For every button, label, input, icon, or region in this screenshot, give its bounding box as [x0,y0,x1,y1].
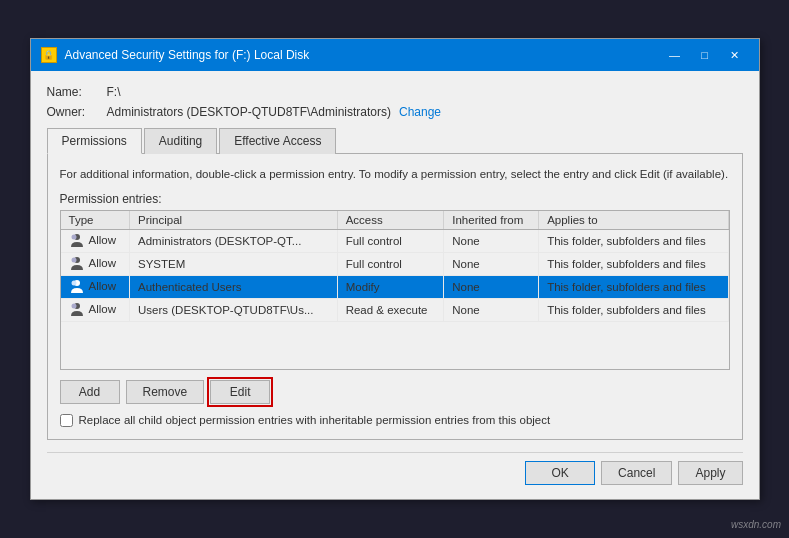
maximize-button[interactable]: □ [691,45,719,65]
name-value: F:\ [107,85,121,99]
cell-applies: This folder, subfolders and files [539,275,728,298]
apply-button[interactable]: Apply [678,461,742,485]
name-row: Name: F:\ [47,85,743,99]
svg-point-3 [71,257,76,262]
tab-auditing[interactable]: Auditing [144,128,217,154]
cell-type: Allow [61,275,130,298]
close-button[interactable]: ✕ [721,45,749,65]
main-window: 🔒 Advanced Security Settings for (F:) Lo… [30,38,760,499]
col-access: Access [337,211,444,230]
tabs-bar: Permissions Auditing Effective Access [47,127,743,154]
cell-type: Allow [61,298,130,321]
info-text: For additional information, double-click… [60,166,730,183]
cell-access: Read & execute [337,298,444,321]
titlebar-left: 🔒 Advanced Security Settings for (F:) Lo… [41,47,310,63]
titlebar: 🔒 Advanced Security Settings for (F:) Lo… [31,39,759,71]
cell-type: Allow [61,252,130,275]
action-buttons: Add Remove Edit [60,380,730,404]
col-type: Type [61,211,130,230]
cell-principal: SYSTEM [130,252,338,275]
svg-point-5 [71,280,76,285]
minimize-button[interactable]: — [661,45,689,65]
titlebar-controls: — □ ✕ [661,45,749,65]
cell-type: Allow [61,229,130,252]
dialog-content: Name: F:\ Owner: Administrators (DESKTOP… [31,71,759,498]
replace-checkbox-row: Replace all child object permission entr… [60,414,730,427]
add-button[interactable]: Add [60,380,120,404]
edit-button[interactable]: Edit [210,380,270,404]
cell-access: Full control [337,252,444,275]
cell-access: Full control [337,229,444,252]
table-row[interactable]: AllowAuthenticated UsersModifyNoneThis f… [61,275,729,298]
tab-effective-access[interactable]: Effective Access [219,128,336,154]
replace-checkbox-label: Replace all child object permission entr… [79,414,551,426]
window-title: Advanced Security Settings for (F:) Loca… [65,48,310,62]
cell-principal: Authenticated Users [130,275,338,298]
table-header-row: Type Principal Access Inherited from App… [61,211,729,230]
owner-value: Administrators (DESKTOP-QTUD8TF\Administ… [107,105,392,119]
table-row[interactable]: AllowAdministrators (DESKTOP-QT...Full c… [61,229,729,252]
cell-access: Modify [337,275,444,298]
remove-button[interactable]: Remove [126,380,205,404]
ok-button[interactable]: OK [525,461,595,485]
col-inherited: Inherited from [444,211,539,230]
permission-table: Type Principal Access Inherited from App… [61,211,729,322]
cell-inherited: None [444,252,539,275]
col-principal: Principal [130,211,338,230]
cell-principal: Administrators (DESKTOP-QT... [130,229,338,252]
owner-label: Owner: [47,105,107,119]
cell-inherited: None [444,275,539,298]
tab-permissions[interactable]: Permissions [47,128,142,154]
replace-checkbox[interactable] [60,414,73,427]
cell-principal: Users (DESKTOP-QTUD8TF\Us... [130,298,338,321]
cell-applies: This folder, subfolders and files [539,252,728,275]
svg-point-7 [71,303,76,308]
cell-inherited: None [444,298,539,321]
svg-point-1 [71,234,76,239]
table-label: Permission entries: [60,192,730,206]
cancel-button[interactable]: Cancel [601,461,672,485]
tab-content-permissions: For additional information, double-click… [47,154,743,439]
table-row[interactable]: AllowSYSTEMFull controlNoneThis folder, … [61,252,729,275]
cell-applies: This folder, subfolders and files [539,298,728,321]
permission-table-container[interactable]: Type Principal Access Inherited from App… [60,210,730,370]
cell-inherited: None [444,229,539,252]
bottom-buttons: OK Cancel Apply [47,452,743,485]
owner-row: Owner: Administrators (DESKTOP-QTUD8TF\A… [47,105,743,119]
name-label: Name: [47,85,107,99]
cell-applies: This folder, subfolders and files [539,229,728,252]
change-owner-link[interactable]: Change [399,105,441,119]
col-applies: Applies to [539,211,728,230]
table-row[interactable]: AllowUsers (DESKTOP-QTUD8TF\Us...Read & … [61,298,729,321]
window-icon: 🔒 [41,47,57,63]
